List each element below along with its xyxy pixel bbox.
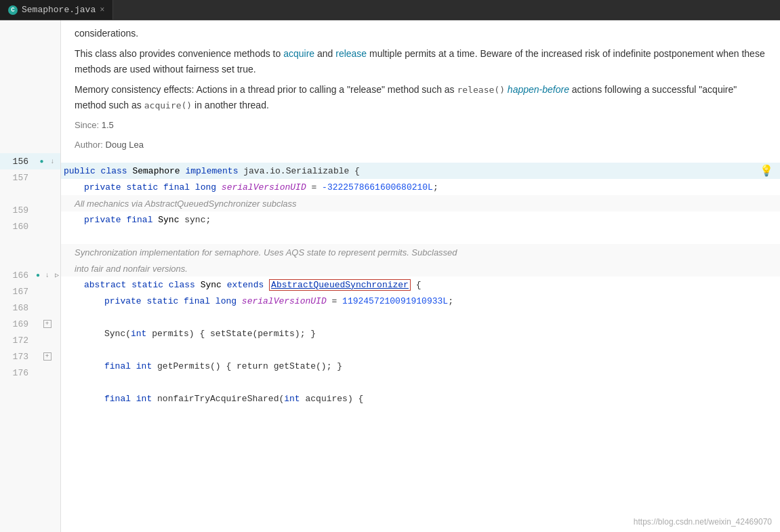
classname-semaphore: Semaphore (132, 166, 185, 176)
code-line-166: abstract static class Sync extends Abstr… (61, 277, 780, 293)
doc-para1: considerations. (75, 26, 766, 41)
author-label: Author: (75, 140, 103, 150)
doc-link-happen-before[interactable]: happen-before (508, 84, 569, 95)
since-value: 1.5 (102, 120, 114, 130)
gutter-line-157: 157 (0, 169, 60, 186)
comment-block-sync-2: into fair and nonfair versions. (61, 260, 780, 277)
gutter: 156 ● ↓ 157 159 160 (0, 20, 61, 532)
line-number-173: 173 (0, 352, 34, 362)
gutter-doc-row2 (0, 42, 60, 77)
gutter-line-168: 168 (0, 300, 60, 316)
tab-icon: C (8, 5, 18, 15)
doc-para2: This class also provides convenience met… (75, 46, 766, 77)
collapse-icon-169[interactable]: + (43, 320, 52, 328)
line-number-168: 168 (0, 303, 34, 313)
line-number-156: 156 (0, 157, 34, 167)
impl-icon-166[interactable]: ▷ (53, 270, 61, 280)
gutter-line-159: 159 (0, 202, 60, 218)
tab-filename: Semaphore.java (22, 5, 96, 15)
gutter-comment-block-2 (0, 251, 60, 267)
comment-sync-text-1: Synchronization implementation for semap… (75, 247, 457, 258)
tab-bar: C Semaphore.java × (0, 0, 780, 20)
fold-icon[interactable]: ↓ (48, 157, 58, 166)
gutter-doc-row4 (0, 118, 60, 137)
doc-since: Since: 1.5 (75, 119, 766, 133)
code-line-167: private static final long serialVersionU… (61, 293, 780, 309)
gutter-icons-166[interactable]: ● ↓ ▷ (34, 270, 61, 280)
line-number-160: 160 (0, 222, 34, 232)
line-number-176: 176 (0, 368, 34, 378)
author-value: Doug Lea (106, 140, 144, 150)
doc-section: considerations. This class also provides… (61, 20, 780, 163)
comment-block-sync-1: Synchronization implementation for semap… (61, 244, 780, 260)
code-line-168 (61, 309, 780, 325)
gutter-line-176: 176 (0, 365, 60, 381)
collapse-icon-173[interactable]: + (43, 352, 52, 361)
line-number-157: 157 (0, 173, 34, 183)
doc-link-release[interactable]: release (335, 48, 367, 59)
line-number-167: 167 (0, 287, 34, 297)
line-number-166: 166 (0, 270, 34, 281)
kw-implements: implements (185, 166, 243, 176)
gutter-line-166: 166 ● ↓ ▷ (0, 267, 60, 283)
code-line-169: Sync(int permits) { setState(permits); } (61, 325, 780, 342)
tab-close-button[interactable]: × (100, 5, 104, 15)
file-tab[interactable]: C Semaphore.java × (0, 0, 113, 20)
kw-class: class (101, 166, 133, 176)
editor-area: 156 ● ↓ 157 159 160 (0, 20, 780, 532)
doc-author: Author: Doug Lea (75, 138, 766, 152)
code-line-173: final int getPermits() { return getState… (61, 358, 780, 374)
code-area: considerations. This class also provides… (61, 20, 780, 532)
runline-icon-166[interactable]: ● (34, 270, 42, 280)
gutter-icons-156[interactable]: ● ↓ (34, 157, 60, 166)
kw-public: public (64, 166, 101, 176)
code-comment-mechanics: All mechanics via AbstractQueuedSynchron… (61, 195, 780, 211)
gutter-doc-row5 (0, 137, 60, 153)
code-line-partial: final int nonfairTryAcquireShared(int ac… (61, 390, 780, 407)
plain-serializable: java.io.Serializable { (243, 166, 360, 176)
bulb-icon[interactable]: 💡 (760, 164, 773, 178)
line-number-169: 169 (0, 319, 34, 329)
since-label: Since: (75, 120, 99, 130)
code-line-159: private final Sync sync; (61, 211, 780, 228)
doc-code-release: release() (457, 85, 505, 95)
gutter-doc-row (0, 20, 60, 42)
comment-text-mechanics: All mechanics via AbstractQueuedSynchron… (75, 199, 297, 209)
line-number-159: 159 (0, 205, 34, 216)
watermark: https://blog.csdn.net/weixin_42469070 (634, 517, 772, 527)
gutter-line-172: 172 (0, 332, 60, 348)
doc-code-acquire: acquire() (144, 100, 192, 110)
doc-para3: Memory consistency effects: Actions in a… (75, 82, 766, 113)
code-line-176 (61, 374, 780, 390)
code-line-156: public class Semaphore implements java.i… (61, 163, 780, 179)
line-number-172: 172 (0, 335, 34, 346)
code-line-172 (61, 342, 780, 358)
gutter-line-partial (0, 381, 60, 397)
doc-link-acquire[interactable]: acquire (283, 48, 314, 59)
gutter-comment-row (0, 186, 60, 202)
link-abstractqueued[interactable]: AbstractQueuedSynchronizer (269, 279, 411, 291)
comment-sync-text-2: into fair and nonfair versions. (75, 264, 188, 274)
fold-icon-166[interactable]: ↓ (43, 270, 52, 280)
gutter-line-167: 167 (0, 283, 60, 300)
gutter-line-156: 156 ● ↓ (0, 153, 60, 169)
gutter-line-160: 160 (0, 218, 60, 234)
runline-icon[interactable]: ● (37, 157, 47, 166)
gutter-line-169: 169 + (0, 316, 60, 332)
code-line-157: private static final long serialVersionU… (61, 179, 780, 195)
gutter-comment-block-1 (0, 234, 60, 251)
gutter-doc-row3 (0, 77, 60, 118)
code-line-160 (61, 228, 780, 244)
gutter-line-173: 173 + (0, 348, 60, 365)
